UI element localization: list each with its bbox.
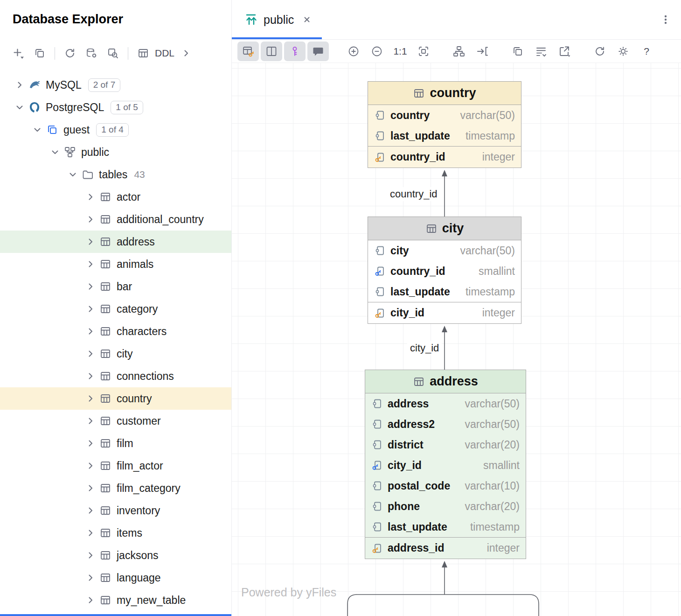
edge-bundle[interactable] — [347, 595, 539, 616]
column-row-country[interactable]: countryvarchar(50) — [368, 105, 521, 126]
actual-size-button[interactable]: 1:1 — [389, 42, 411, 61]
tree-item-characters[interactable]: characters — [0, 320, 231, 343]
tree-item-category[interactable]: category — [0, 298, 231, 320]
chevron-right-icon[interactable] — [83, 281, 98, 292]
chevron-down-icon[interactable] — [65, 169, 80, 180]
chevron-down-icon[interactable] — [12, 102, 27, 113]
route-edges-button[interactable] — [472, 42, 493, 61]
tree-item-bar[interactable]: bar — [0, 275, 231, 298]
show-columns-button[interactable] — [261, 42, 282, 61]
table-header[interactable]: country — [368, 82, 521, 105]
tree-item-my_new_table[interactable]: my_new_table — [0, 589, 231, 611]
column-row-last_update[interactable]: last_updatetimestamp — [368, 281, 521, 302]
diagram-table-city[interactable]: citycityvarchar(50)country_idsmallintlas… — [368, 217, 521, 324]
chevron-right-icon[interactable] — [83, 527, 98, 539]
chevron-right-icon[interactable] — [12, 79, 27, 91]
table-header[interactable]: city — [368, 217, 521, 240]
chevron-right-icon[interactable] — [83, 326, 98, 337]
chevron-right-icon[interactable] — [83, 415, 98, 427]
ddl-button[interactable]: DDL — [154, 43, 175, 63]
add-data-source-button[interactable] — [7, 43, 29, 63]
tree-item-film_category[interactable]: film_category — [0, 477, 231, 499]
edge-label-country-id[interactable]: country_id — [387, 187, 440, 201]
diagram-table-country[interactable]: countrycountryvarchar(50)last_updatetime… — [368, 81, 521, 168]
tree-item-actor[interactable]: actor — [0, 186, 231, 208]
refresh-button[interactable] — [59, 43, 81, 63]
show-contents-button[interactable] — [530, 42, 552, 61]
chevron-right-icon[interactable] — [83, 438, 98, 449]
chevron-right-icon[interactable] — [83, 348, 98, 359]
column-row-address_id[interactable]: address_idinteger — [365, 537, 526, 559]
help-button[interactable]: ? — [636, 42, 657, 61]
zoom-out-button[interactable] — [366, 42, 388, 61]
table-view-button[interactable] — [132, 43, 154, 63]
chevron-right-icon[interactable] — [83, 595, 98, 606]
column-row-last_update[interactable]: last_updatetimestamp — [365, 517, 526, 537]
column-row-city_id[interactable]: city_idinteger — [368, 302, 521, 323]
data-source-properties-button[interactable] — [81, 43, 102, 63]
chevron-right-icon[interactable] — [83, 259, 98, 270]
more-toolbar-button[interactable] — [175, 43, 197, 63]
tree-item-language[interactable]: language — [0, 567, 231, 589]
show-keys-button[interactable] — [284, 42, 306, 61]
tree-item-connections[interactable]: connections — [0, 365, 231, 387]
chevron-right-icon[interactable] — [83, 483, 98, 494]
column-row-city[interactable]: cityvarchar(50) — [368, 240, 521, 261]
chevron-right-icon[interactable] — [83, 214, 98, 225]
chevron-down-icon[interactable] — [48, 147, 63, 158]
close-tab-icon[interactable] — [301, 14, 313, 25]
tree-item-city[interactable]: city — [0, 343, 231, 365]
tree-item-inventory[interactable]: inventory — [0, 499, 231, 522]
chevron-down-icon[interactable] — [30, 124, 45, 135]
diagram-table-address[interactable]: addressaddressvarchar(50)address2varchar… — [365, 370, 526, 559]
sidebar-scrollbar[interactable] — [0, 614, 231, 616]
tree-item-film[interactable]: film — [0, 432, 231, 455]
tree-item-customer[interactable]: customer — [0, 410, 231, 432]
find-data-source-button[interactable] — [102, 43, 124, 63]
column-row-country_id[interactable]: country_idsmallint — [368, 261, 521, 281]
tree-item-PostgreSQL[interactable]: PostgreSQL1 of 5 — [0, 96, 231, 119]
show-comments-button[interactable] — [307, 42, 329, 61]
show-key-columns-button[interactable] — [237, 42, 259, 61]
column-row-district[interactable]: districtvarchar(20) — [365, 434, 526, 455]
column-row-postal_code[interactable]: postal_codevarchar(10) — [365, 476, 526, 496]
column-row-country_id[interactable]: country_idinteger — [368, 146, 521, 168]
column-row-address[interactable]: addressvarchar(50) — [365, 393, 526, 414]
chevron-right-icon[interactable] — [83, 191, 98, 203]
tree-item-guest[interactable]: guest1 of 4 — [0, 119, 231, 141]
diagram-settings-button[interactable] — [612, 42, 634, 61]
chevron-right-icon[interactable] — [83, 460, 98, 471]
zoom-in-button[interactable] — [343, 42, 364, 61]
tree-item-MySQL[interactable]: MySQL2 of 7 — [0, 74, 231, 96]
tab-public[interactable]: public — [232, 0, 322, 39]
tree-item-animals[interactable]: animals — [0, 253, 231, 275]
fit-content-button[interactable] — [413, 42, 434, 61]
apply-layout-button[interactable] — [448, 42, 470, 61]
column-row-last_update[interactable]: last_updatetimestamp — [368, 126, 521, 146]
tree-item-tables[interactable]: tables43 — [0, 163, 231, 186]
chevron-right-icon[interactable] — [83, 303, 98, 315]
table-header[interactable]: address — [365, 370, 526, 393]
more-options-button[interactable] — [660, 14, 672, 26]
copy-diagram-button[interactable] — [507, 42, 528, 61]
duplicate-button[interactable] — [29, 43, 50, 63]
edge-label-city-id[interactable]: city_id — [407, 341, 442, 355]
tree-item-film_actor[interactable]: film_actor — [0, 455, 231, 477]
column-row-address2[interactable]: address2varchar(50) — [365, 414, 526, 434]
column-row-city_id[interactable]: city_idsmallint — [365, 455, 526, 476]
chevron-right-icon[interactable] — [83, 572, 98, 583]
chevron-right-icon[interactable] — [83, 393, 98, 404]
chevron-right-icon[interactable] — [83, 236, 98, 247]
chevron-right-icon[interactable] — [83, 371, 98, 382]
column-row-phone[interactable]: phonevarchar(20) — [365, 496, 526, 517]
tree-item-jacksons[interactable]: jacksons — [0, 544, 231, 567]
tree-item-address[interactable]: address — [0, 231, 231, 253]
diagram-canvas[interactable]: country_id city_id countrycountryvarchar… — [232, 63, 681, 616]
tree-item-items[interactable]: items — [0, 522, 231, 544]
tree-item-additional_country[interactable]: additional_country — [0, 208, 231, 231]
chevron-right-icon[interactable] — [83, 550, 98, 561]
tree-item-public[interactable]: public — [0, 141, 231, 163]
tree-item-country[interactable]: country — [0, 387, 231, 410]
refresh-diagram-button[interactable] — [589, 42, 611, 61]
export-diagram-button[interactable] — [554, 42, 575, 61]
